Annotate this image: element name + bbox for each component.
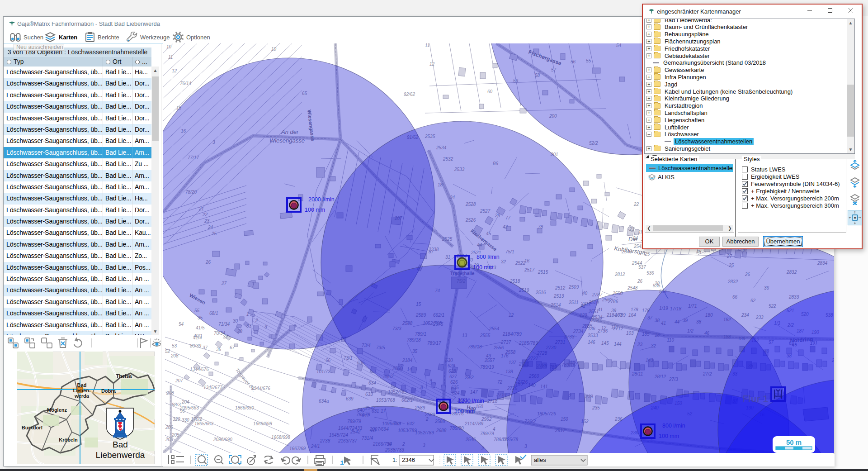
svg-text:37: 37 [203,345,208,350]
svg-text:Kröbeln: Kröbeln [59,437,78,442]
svg-text:54: 54 [179,322,184,327]
svg-text:12: 12 [429,62,435,67]
svg-text:11: 11 [168,55,173,60]
svg-text:329: 329 [173,417,180,422]
svg-text:1668/698: 1668/698 [271,435,290,440]
svg-text:Theisa: Theisa [116,373,132,379]
svg-text:205: 205 [165,437,173,442]
svg-text:Flur 1: Flur 1 [742,393,768,404]
svg-text:205: 205 [171,433,179,438]
svg-text:536: 536 [646,271,654,276]
svg-text:alles: alles [534,457,546,463]
svg-text:2095/663: 2095/663 [179,405,199,410]
svg-text:50 m: 50 m [786,438,802,446]
svg-text:204: 204 [181,400,189,404]
svg-text:Liebenwerda: Liebenwerda [96,450,145,460]
svg-text:1:: 1: [392,457,397,463]
svg-text:Bad: Bad [113,440,128,449]
svg-text:2000 l/min: 2000 l/min [308,196,335,203]
svg-text:207: 207 [175,378,183,383]
svg-text:330: 330 [182,418,189,423]
svg-text:76/14: 76/14 [180,81,191,86]
svg-text:206: 206 [165,425,173,430]
svg-text:22: 22 [633,202,639,207]
svg-text:2096/690: 2096/690 [213,437,232,442]
svg-text:Die: Die [628,236,637,243]
svg-text:36: 36 [216,347,222,352]
svg-text:12: 12 [172,68,177,73]
svg-text:2544: 2544 [632,261,642,266]
svg-text:Bad: Bad [77,382,87,388]
svg-text:Burxdorf: Burxdorf [22,425,43,430]
svg-text:1865/663: 1865/663 [194,421,213,426]
svg-text:werda: werda [74,393,90,399]
svg-text:Dobra: Dobra [101,388,116,394]
svg-text:1200 l/min: 1200 l/min [458,398,484,404]
svg-text:1866/690: 1866/690 [235,405,254,410]
svg-text:100 mm: 100 mm [454,408,475,414]
svg-text:10: 10 [271,47,277,52]
svg-text:100 mm: 100 mm [473,264,493,271]
svg-text:67: 67 [230,345,235,350]
svg-text:800 l/min: 800 l/min [476,254,500,260]
svg-text:88/3: 88/3 [172,402,181,407]
svg-text:2812: 2812 [614,272,625,277]
svg-text:208: 208 [170,353,179,358]
svg-text:800 l/min: 800 l/min [662,423,685,429]
svg-text:i: i [340,459,344,466]
svg-text:26: 26 [637,279,643,284]
svg-text:28: 28 [654,281,660,286]
svg-text:11: 11 [425,43,429,48]
svg-text:Möglenz: Möglenz [47,407,67,413]
svg-text:48: 48 [696,249,702,254]
svg-text:1345/677: 1345/677 [203,385,222,390]
svg-text:53: 53 [172,343,177,348]
svg-text:1669/698: 1669/698 [253,421,272,426]
svg-text:41/4: 41/4 [193,335,202,340]
svg-text:100 mm: 100 mm [305,207,325,213]
svg-text:80/39: 80/39 [190,343,201,348]
svg-text:Lieben-: Lieben- [73,388,90,393]
svg-text:208: 208 [166,390,174,395]
svg-text:41/5: 41/5 [196,325,205,330]
svg-text:2346: 2346 [402,457,415,463]
svg-text:52: 52 [165,349,170,354]
svg-text:100 mm: 100 mm [659,433,679,439]
svg-text:60: 60 [487,89,493,94]
svg-text:23: 23 [629,227,635,232]
svg-text:92/62: 92/62 [404,92,415,97]
svg-text:2548: 2548 [627,285,638,290]
svg-text:1344/676: 1344/676 [190,367,209,372]
svg-text:10: 10 [166,44,172,49]
